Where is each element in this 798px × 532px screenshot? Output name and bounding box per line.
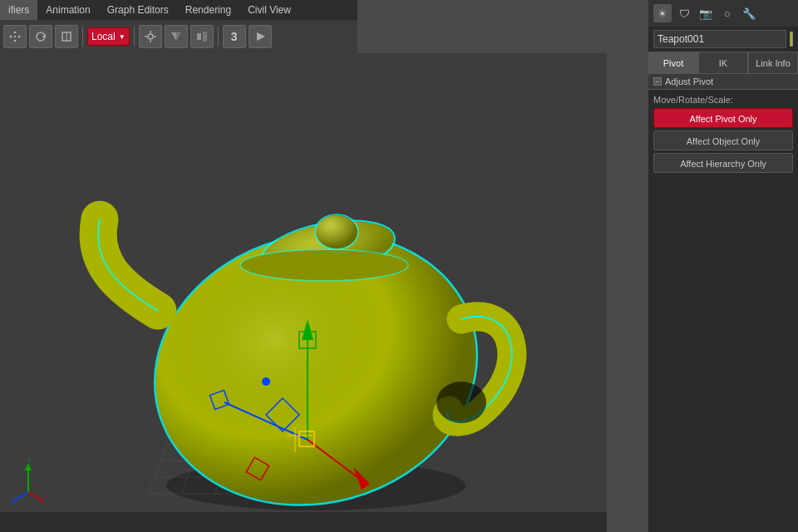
svg-rect-0 <box>14 36 16 37</box>
svg-rect-10 <box>203 32 207 42</box>
circle-icon[interactable]: ○ <box>718 4 736 22</box>
svg-point-34 <box>241 250 407 280</box>
tab-link-info[interactable]: Link Info <box>748 52 798 73</box>
scale-tool-btn[interactable] <box>55 25 78 48</box>
object-name-row: Teapot001 <box>648 27 798 52</box>
menu-graph-editors[interactable]: Graph Editors <box>99 0 177 20</box>
rotate-tool-btn[interactable] <box>29 25 52 48</box>
align-btn[interactable] <box>190 25 214 48</box>
svg-point-36 <box>436 382 486 423</box>
svg-point-31 <box>316 215 357 249</box>
viewport[interactable]: Y X Z <box>0 53 607 532</box>
wrench-icon[interactable]: 🔧 <box>740 4 758 22</box>
object-name-input[interactable]: Teapot001 <box>653 30 786 48</box>
tab-ik[interactable]: IK <box>698 52 748 73</box>
svg-marker-51 <box>25 463 32 470</box>
affect-hierarchy-only-btn[interactable]: Affect Hierarchy Only <box>653 153 793 173</box>
svg-text:Y: Y <box>27 459 32 463</box>
sun-icon[interactable]: ☀ <box>653 4 672 22</box>
section-header: − Adjust Pivot <box>648 74 798 90</box>
affect-pivot-only-btn[interactable]: Affect Pivot Only <box>653 108 793 128</box>
svg-line-55 <box>28 492 42 500</box>
toolbar: Local ▼ 3 <box>0 20 357 53</box>
right-panel: ☀ 🛡 📷 ○ 🔧 Teapot001 Pivot IK Link Info −… <box>648 0 798 532</box>
chevron-down-icon: ▼ <box>119 33 126 41</box>
tab-pivot[interactable]: Pivot <box>648 52 698 73</box>
viewport-bottom-strip <box>0 512 607 532</box>
camera-icon[interactable]: 📷 <box>697 4 715 22</box>
svg-text:X: X <box>11 497 16 505</box>
svg-rect-9 <box>197 33 201 40</box>
svg-line-53 <box>14 492 28 500</box>
sep1 <box>82 27 83 47</box>
menu-ifiers[interactable]: ifiers <box>0 0 37 20</box>
axis-indicator: Y X Z <box>10 459 47 507</box>
svg-text:Z: Z <box>41 497 46 505</box>
menu-civil-view[interactable]: Civil View <box>239 0 299 20</box>
svg-point-4 <box>148 34 153 39</box>
sep3 <box>218 27 219 47</box>
teapot-scene <box>0 53 607 532</box>
panel-icon-row: ☀ 🛡 📷 ○ 🔧 <box>648 0 798 27</box>
panel-content: Move/Rotate/Scale: Affect Pivot Only Aff… <box>648 90 798 180</box>
reference-coord-select[interactable]: Local ▼ <box>87 27 130 46</box>
menu-bar: ifiers Animation Graph Editors Rendering… <box>0 0 357 20</box>
svg-point-49 <box>262 377 270 386</box>
render-btn1[interactable]: 3 <box>223 25 246 48</box>
panel-tabs: Pivot IK Link Info <box>648 52 798 74</box>
move-rotate-scale-label: Move/Rotate/Scale: <box>653 95 793 105</box>
object-color-swatch[interactable] <box>790 32 793 47</box>
shield-icon[interactable]: 🛡 <box>675 4 693 22</box>
menu-animation[interactable]: Animation <box>37 0 98 20</box>
svg-marker-11 <box>257 32 265 41</box>
affect-object-only-btn[interactable]: Affect Object Only <box>653 131 793 150</box>
snap-btn[interactable] <box>139 25 162 48</box>
menu-rendering[interactable]: Rendering <box>177 0 239 20</box>
render-btn2[interactable] <box>249 25 272 48</box>
section-title: Adjust Pivot <box>665 76 713 86</box>
move-tool-btn[interactable] <box>3 25 27 48</box>
section-collapse-btn[interactable]: − <box>653 77 662 86</box>
mirror-btn[interactable] <box>165 25 188 48</box>
sep2 <box>134 27 135 47</box>
